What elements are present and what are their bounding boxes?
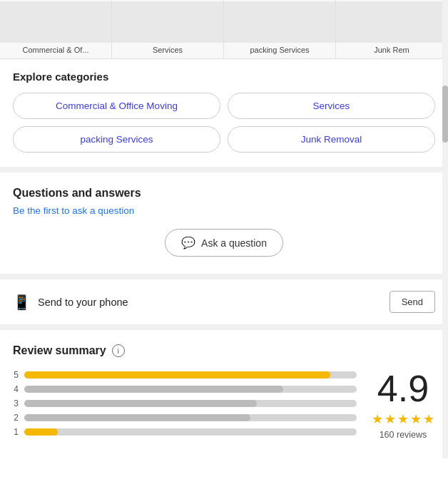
thumb-label-services: Services [150,46,185,54]
category-services[interactable]: Services [228,93,435,119]
bar-row-1: 1 [13,427,357,437]
bar-track-4 [24,386,357,393]
info-icon[interactable]: i [112,344,125,357]
send-to-phone-label: Send to your phone [38,297,128,308]
thumbnails-strip: Commercial & Of... Services packing Serv… [0,0,448,59]
star-1: ★ [372,411,383,427]
bar-label-3: 3 [13,398,19,408]
star-2: ★ [385,411,396,427]
thumbnail-junk[interactable]: Junk Rem [336,0,448,58]
review-summary-title: Review summary [13,344,106,357]
ask-question-label: Ask a question [201,237,267,249]
send-left: 📱 Send to your phone [13,294,128,311]
bar-fill-4 [24,386,283,393]
qa-first-question-link[interactable]: Be the first to ask a question [13,205,134,216]
ask-btn-container: 💬 Ask a question [13,229,435,257]
star-4: ★ [410,411,422,427]
scrollbar-thumb[interactable] [442,86,448,143]
thumbnail-commercial[interactable]: Commercial & Of... [0,0,112,58]
qa-title: Questions and answers [13,187,435,200]
bar-track-2 [24,414,357,421]
thumbnail-services[interactable]: Services [112,0,224,58]
send-to-phone-section: 📱 Send to your phone Send [0,279,448,330]
review-content: 5 4 3 2 [13,370,435,441]
category-commercial-office[interactable]: Commercial & Office Moving [13,93,220,119]
bar-label-5: 5 [13,370,19,380]
thumb-img-commercial [0,1,111,43]
reviews-count: 160 reviews [380,430,427,440]
bar-fill-2 [24,414,250,421]
phone-icon: 📱 [13,294,31,311]
star-3: ★ [397,411,409,427]
bar-fill-5 [24,371,330,379]
stars-row: ★ ★ ★ ★ ★ [372,411,434,427]
qa-section: Questions and answers Be the first to as… [0,173,448,279]
thumb-label-commercial: Commercial & Of... [20,46,92,54]
thumb-img-packing [224,1,335,43]
bar-fill-1 [24,428,58,436]
bar-fill-3 [24,400,257,407]
thumb-img-services [112,1,223,43]
bar-label-4: 4 [13,384,19,394]
thumb-img-junk [336,1,447,43]
bar-row-4: 4 [13,384,357,394]
category-junk-removal[interactable]: Junk Removal [228,126,435,153]
bar-row-2: 2 [13,413,357,423]
bar-row-3: 3 [13,398,357,408]
scrollbar-area[interactable] [442,0,448,458]
thumb-label-junk: Junk Rem [371,46,412,54]
bar-track-3 [24,400,357,407]
bar-track-5 [24,371,357,379]
review-header: Review summary i [13,344,435,357]
bar-label-2: 2 [13,413,19,423]
bar-track-1 [24,428,357,436]
bar-row-5: 5 [13,370,357,380]
thumb-label-packing: packing Services [247,46,312,54]
ask-icon: 💬 [181,236,195,249]
bars-section: 5 4 3 2 [13,370,357,441]
ask-question-button[interactable]: 💬 Ask a question [165,229,283,257]
score-section: 4.9 ★ ★ ★ ★ ★ 160 reviews [357,370,435,440]
explore-title: Explore categories [13,71,435,83]
star-5: ★ [423,411,434,427]
send-button[interactable]: Send [390,291,435,313]
categories-grid: Commercial & Office Moving Services pack… [13,93,435,153]
page-wrapper: Commercial & Of... Services packing Serv… [0,0,448,458]
bar-label-1: 1 [13,427,19,437]
explore-section: Explore categories Commercial & Office M… [0,59,448,173]
big-score: 4.9 [377,370,429,407]
category-packing[interactable]: packing Services [13,126,220,153]
thumbnail-packing[interactable]: packing Services [224,0,336,58]
review-section: Review summary i 5 4 3 [0,330,448,458]
